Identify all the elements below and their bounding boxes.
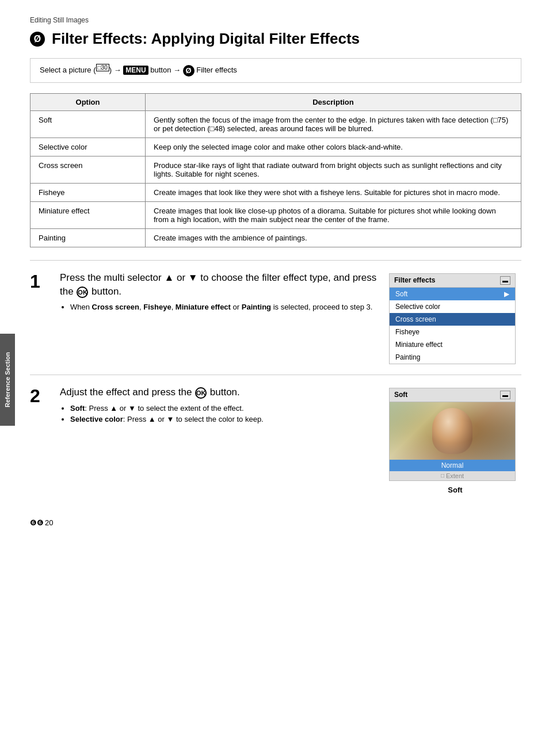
instruction-filter-label: Filter effects [196,66,237,74]
fe-item-painting[interactable]: Painting [390,351,515,364]
soft-screen-title: Soft [394,391,407,399]
filter-effects-nav-icon: Ø [183,65,195,77]
step-1-screenshot: Filter effects ▬ Soft ▶ Selective color … [389,273,521,364]
step-1-title: Press the multi selector ▲ or ▼ to choos… [60,271,379,299]
soft-battery-icon: ▬ [500,391,510,399]
footer: ❻❻ 20 [30,518,521,527]
soft-preview-image [390,402,515,460]
table-cell-option: Soft [30,110,146,138]
soft-extent-bar: □ Extent [390,471,515,480]
step-1-content: Press the multi selector ▲ or ▼ to choos… [60,271,379,314]
filter-options-table: Option Description SoftGently soften the… [30,93,521,247]
sidebar-tab: Reference Section [0,334,15,426]
page-title-text: Filter Effects: Applying Digital Filter … [52,30,360,48]
footer-icon: ❻❻ [30,518,44,527]
step-2-bullets: Soft: Press ▲ or ▼ to select the extent … [70,404,379,423]
soft-screen: Soft ▬ Normal □ Extent [389,388,516,481]
step-2-number: 2 [30,387,55,405]
filter-effects-screen: Filter effects ▬ Soft ▶ Selective color … [389,273,516,364]
step-1-bullets: When Cross screen, Fisheye, Miniature ef… [70,303,379,311]
fe-screen-title: Filter effects [394,276,435,284]
soft-normal-bar: Normal [390,460,515,471]
step-2-content: Adjust the effect and press the OK butto… [60,385,379,426]
footer-page: 20 [45,518,53,527]
step-1-number: 1 [30,272,55,291]
table-cell-option: Fisheye [30,183,146,201]
table-cell-description: Create images that look like they were s… [146,183,521,201]
tri-up-icon: ▲ [164,272,174,283]
soft-extent-label: Extent [446,472,464,479]
table-cell-option: Painting [30,228,146,247]
table-cell-description: Create images with the ambience of paint… [146,228,521,247]
battery-icon: ▬ [500,276,510,285]
sidebar-label: Reference Section [4,352,11,407]
table-row: PaintingCreate images with the ambience … [30,228,521,247]
extent-icon: □ [441,472,444,479]
table-row: Cross screenProduce star-like rays of li… [30,156,521,183]
fe-title-bar: Filter effects ▬ [390,274,515,288]
step-2-title: Adjust the effect and press the OK butto… [60,385,379,399]
soft-title-bar: Soft ▬ [390,388,515,402]
table-cell-description: Gently soften the focus of the image fro… [146,110,521,138]
fe-item-fisheye[interactable]: Fisheye [390,326,515,338]
table-cell-option: Cross screen [30,156,146,183]
tri-down-icon: ▼ [188,272,198,283]
fe-item-miniature-effect[interactable]: Miniature effect [390,338,515,351]
filter-effect-icon: Ø [30,32,45,47]
step-2-screenshot: Soft ▬ Normal □ Extent Soft [389,388,521,494]
instruction-text: Select a picture ( [40,66,96,74]
step-2-row: 2 Adjust the effect and press the OK but… [30,375,521,505]
table-header-description: Description [146,93,521,110]
step-1-row: 1 Press the multi selector ▲ or ▼ to cho… [30,260,521,375]
soft-caption: Soft [389,486,521,494]
ref-link-30: □30 [96,64,109,71]
ok-button-icon-2: OK [195,387,207,399]
page-title: Ø Filter Effects: Applying Digital Filte… [30,30,521,48]
table-row: FisheyeCreate images that look like they… [30,183,521,201]
table-row: Selective colorKeep only the selected im… [30,138,521,156]
table-row: Miniature effectCreate images that look … [30,201,521,228]
step-2-bullet-selective-color: Selective color: Press ▲ or ▼ to select … [70,415,379,423]
breadcrumb: Editing Still Images [30,16,521,24]
fe-item-cross-screen[interactable]: Cross screen [390,313,515,326]
table-row: SoftGently soften the focus of the image… [30,110,521,138]
table-header-option: Option [30,93,146,110]
fe-item-soft[interactable]: Soft ▶ [390,288,515,300]
soft-blur-overlay [390,402,515,460]
table-cell-description: Create images that look like close-up ph… [146,201,521,228]
steps-area: 1 Press the multi selector ▲ or ▼ to cho… [30,260,521,505]
table-cell-description: Produce star-like rays of light that rad… [146,156,521,183]
table-cell-option: Selective color [30,138,146,156]
instruction-box: Select a picture (□30) → MENU button → Ø… [30,58,521,83]
step-2-bullet-soft: Soft: Press ▲ or ▼ to select the extent … [70,404,379,413]
step-1-bullet-1: When Cross screen, Fisheye, Miniature ef… [70,303,379,311]
ok-button-icon: OK [77,287,88,298]
fe-item-selective-color[interactable]: Selective color [390,300,515,313]
table-cell-description: Keep only the selected image color and m… [146,138,521,156]
table-cell-option: Miniature effect [30,201,146,228]
menu-button-label: MENU [123,66,148,75]
